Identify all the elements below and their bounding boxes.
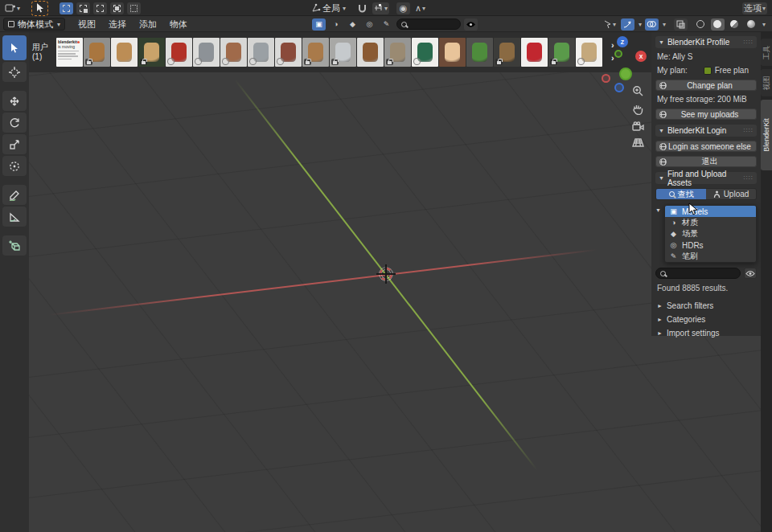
gizmo-x-axis[interactable]: X [635, 51, 647, 62]
assetbar-filter-models-button[interactable]: ▣ [312, 18, 326, 31]
shading-wireframe-button[interactable] [694, 18, 708, 31]
shading-solid-button[interactable] [711, 18, 725, 31]
viewport-zoom-button[interactable] [630, 84, 645, 98]
assetbar-search[interactable] [396, 18, 461, 30]
tab-tool[interactable]: 工具 [761, 39, 772, 66]
assetbar-visibility-button[interactable] [464, 18, 478, 31]
tool-select-box[interactable] [2, 35, 27, 60]
assetbar-scroll-right-icon[interactable]: › [611, 40, 614, 50]
asset-thumbnail-green-chair[interactable] [412, 38, 438, 67]
tab-view[interactable]: 视图 [761, 69, 772, 96]
asset-type-brushes[interactable]: ✎笔刷 [665, 251, 756, 262]
disclosure-open-icon[interactable]: ▼ [655, 207, 661, 263]
see-my-uploads-button[interactable]: See my uploads [655, 108, 757, 120]
gizmo-y-neg-axis[interactable] [614, 50, 622, 58]
asset-thumbnail-red-armchair[interactable] [521, 38, 548, 67]
asset-thumbnail-wooden-cabinet[interactable] [84, 38, 110, 67]
section-categories[interactable]: ► Categories [655, 313, 757, 326]
asset-type-hdrs[interactable]: ◎HDRs [665, 239, 756, 251]
show-overlays-toggle[interactable] [645, 18, 659, 31]
section-import-settings[interactable]: ► Import settings [655, 326, 757, 340]
assetbar-filter-materials-button[interactable]: ◑ [329, 18, 343, 31]
overlays-dropdown[interactable]: ▾ [663, 21, 666, 28]
shading-material-button[interactable] [728, 18, 741, 31]
active-tool-select-button[interactable] [33, 2, 47, 14]
shading-rendered-button[interactable] [745, 18, 758, 31]
tool-cursor[interactable] [2, 62, 27, 82]
asset-thumbnail-stop-sign[interactable] [166, 38, 192, 67]
asset-thumbnail-dry-branch[interactable] [494, 38, 520, 67]
asset-thumbnail-moving-banner[interactable]: blenderkit is moving [56, 38, 83, 67]
asset-thumbnail-agave-plant[interactable] [466, 38, 493, 67]
viewport-pan-button[interactable] [630, 101, 645, 116]
panel-grip-icon[interactable]: ∷∷ [744, 127, 754, 134]
gizmo-z-neg-axis[interactable] [614, 83, 624, 92]
falloff-curve-dropdown[interactable]: ∧▾ [413, 2, 427, 14]
section-header-find-upload[interactable]: ▼ Find and Upload Assets ∷∷ [655, 172, 757, 184]
logout-button[interactable]: 退出 [655, 156, 757, 167]
panel-grip-icon[interactable]: ∷∷ [744, 174, 754, 182]
show-gizmo-toggle[interactable] [621, 18, 634, 31]
select-mode-extend-button[interactable] [76, 2, 90, 14]
assetbar-search-input[interactable] [409, 20, 458, 29]
asset-thumbnail-metal-door[interactable] [248, 38, 274, 67]
assetbar-filter-hdrs-button[interactable]: ◎ [363, 18, 376, 31]
tab-blenderkit[interactable]: BlenderKit [761, 100, 772, 170]
tool-transform[interactable] [2, 156, 27, 176]
assetbar-filter-scenes-button[interactable]: ◆ [346, 18, 359, 31]
xray-toggle[interactable] [674, 18, 688, 31]
select-mode-invert-button[interactable] [110, 2, 124, 14]
menu-select[interactable]: 选择 [104, 18, 131, 31]
section-header-profile[interactable]: ▼ BlenderKit Profile ∷∷ [655, 36, 757, 48]
select-mode-intersect-button[interactable] [127, 2, 141, 14]
menu-view[interactable]: 视图 [73, 18, 101, 31]
asset-thumbnail-sink-vanity[interactable] [302, 38, 329, 67]
object-visibility-dropdown[interactable]: ▾ [602, 18, 618, 31]
tool-add-cube[interactable] [2, 235, 27, 256]
panel-grip-icon[interactable]: ∷∷ [744, 39, 754, 46]
asset-thumbnail-moon-lamp[interactable] [439, 38, 466, 67]
assetbar-filter-brushes-button[interactable]: ✎ [380, 18, 393, 31]
gizmo-y-axis[interactable] [619, 68, 632, 80]
options-button[interactable]: 选项 ▾ [742, 2, 767, 14]
asset-thumbnail-chrome-pipe[interactable] [330, 38, 356, 67]
menu-object[interactable]: 物体 [165, 18, 192, 31]
select-mode-subtract-button[interactable] [93, 2, 107, 14]
tool-measure[interactable] [2, 207, 27, 227]
transform-orientation-dropdown[interactable]: 全局 ▾ [310, 2, 347, 14]
proportional-editing-button[interactable]: ◉ [396, 2, 410, 14]
panel-search-input[interactable] [668, 269, 733, 278]
panel-search-field[interactable] [655, 268, 741, 279]
tool-move[interactable] [2, 91, 27, 111]
editor-type-button[interactable]: ▾ [3, 2, 22, 14]
asset-type-scenes[interactable]: ◆场景 [665, 228, 756, 239]
snap-target-dropdown[interactable]: ▾ [372, 2, 389, 14]
asset-thumbnail-wooden-bed[interactable] [576, 38, 602, 67]
asset-thumbnail-rock-arch[interactable] [384, 38, 411, 67]
snap-toggle-button[interactable] [355, 2, 369, 14]
asset-thumbnail-succulent[interactable] [548, 38, 575, 67]
asset-type-materials[interactable]: ◑材质 [665, 217, 756, 228]
search-tab[interactable]: 查找 [656, 189, 706, 199]
asset-thumbnail-push-broom[interactable] [275, 38, 302, 67]
asset-type-models[interactable]: ▣Models [665, 206, 756, 217]
tool-annotate[interactable] [2, 185, 27, 205]
tool-scale[interactable] [2, 134, 27, 154]
viewport-camera-button[interactable] [630, 119, 645, 133]
asset-thumbnail-wall-lamp[interactable] [138, 38, 165, 67]
section-search-filters[interactable]: ► Search filters [655, 299, 757, 313]
gizmo-dropdown[interactable]: ▾ [639, 21, 642, 28]
viewport-perspective-toggle[interactable] [630, 135, 645, 149]
gizmo-x-neg-axis[interactable] [602, 74, 610, 83]
menu-add[interactable]: 添加 [134, 18, 162, 31]
select-mode-set-button[interactable] [60, 2, 73, 14]
upload-tab[interactable]: Upload [706, 189, 756, 199]
tool-rotate[interactable] [2, 113, 27, 133]
mode-dropdown[interactable]: 物体模式 ▾ [3, 18, 65, 31]
change-plan-button[interactable]: Change plan [655, 80, 757, 91]
section-header-login[interactable]: ▼ BlenderKit Login ∷∷ [655, 125, 757, 137]
asset-thumbnail-road-sign[interactable] [193, 38, 220, 67]
gizmo-z-axis[interactable]: Z [617, 36, 628, 47]
asset-thumbnail-copper-pole[interactable] [220, 38, 247, 67]
asset-thumbnail-wooden-stool[interactable] [111, 38, 138, 67]
